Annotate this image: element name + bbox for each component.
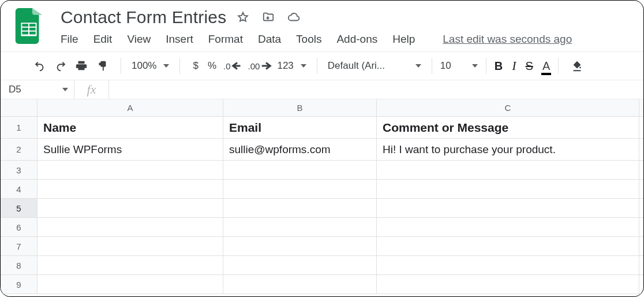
bold-button[interactable]: B [495, 60, 503, 73]
grid-row: 9 [1, 275, 643, 294]
number-format-select[interactable]: 123 [275, 60, 308, 72]
svg-rect-5 [22, 32, 28, 35]
paint-format-button[interactable] [92, 55, 113, 76]
cell-C8[interactable] [377, 256, 639, 274]
svg-point-7 [579, 66, 581, 68]
font-value: Default (Ari... [328, 60, 409, 72]
cloud-status-icon[interactable] [287, 11, 300, 24]
cell-B2[interactable]: sullie@wpforms.com [223, 139, 377, 160]
menu-data[interactable]: Data [258, 33, 281, 46]
row-header-6[interactable]: 6 [1, 218, 38, 236]
caret-down-icon [62, 88, 68, 91]
cell-A2[interactable]: Sullie WPForms [38, 139, 223, 160]
cell-A6[interactable] [38, 218, 223, 236]
cell-A9[interactable] [38, 275, 223, 294]
menu-insert[interactable]: Insert [166, 33, 193, 46]
row-header-3[interactable]: 3 [1, 161, 38, 179]
col-header-A[interactable]: A [38, 99, 223, 116]
grid-row: 2 Sullie WPForms sullie@wpforms.com Hi! … [1, 139, 643, 161]
percent-button[interactable]: % [203, 60, 221, 72]
svg-rect-6 [29, 32, 36, 35]
cell-C1[interactable]: Comment or Message [377, 117, 639, 138]
cell-C2[interactable]: Hi! I want to purchase your product. [377, 139, 639, 160]
print-button[interactable] [71, 55, 92, 76]
toolbar-separator [486, 58, 486, 74]
cell-C3[interactable] [377, 161, 639, 179]
zoom-select[interactable]: 100% [129, 60, 171, 72]
caret-down-icon [163, 64, 169, 68]
menu-format[interactable]: Format [208, 33, 243, 46]
undo-button[interactable] [29, 55, 50, 76]
cell-A3[interactable] [38, 161, 223, 179]
col-header-C[interactable]: C [377, 99, 639, 116]
toolbar-separator [179, 58, 180, 74]
toolbar-separator [432, 58, 432, 74]
grid-row: 6 [1, 218, 643, 237]
star-icon[interactable] [237, 11, 249, 24]
cell-B4[interactable] [223, 180, 377, 198]
number-format-value: 123 [277, 60, 293, 72]
menu-help[interactable]: Help [392, 33, 415, 46]
cell-C9[interactable] [377, 275, 639, 294]
cell-A4[interactable] [38, 180, 223, 198]
name-box[interactable]: D5 [1, 80, 74, 99]
row-header-2[interactable]: 2 [1, 139, 38, 160]
cell-B5[interactable] [223, 199, 377, 217]
menu-file[interactable]: File [61, 33, 78, 46]
cell-A7[interactable] [38, 237, 223, 255]
cell-C5[interactable] [377, 199, 639, 217]
cell-B6[interactable] [223, 218, 377, 236]
move-icon[interactable] [262, 11, 275, 24]
currency-button[interactable]: $ [188, 60, 203, 72]
cell-C6[interactable] [377, 218, 639, 236]
increase-decimal-button[interactable]: .00 [246, 55, 275, 76]
row-header-8[interactable]: 8 [1, 256, 38, 274]
row-header-1[interactable]: 1 [1, 117, 38, 138]
spreadsheet-grid: A B C 1 Name Email Comment or Message 2 … [1, 99, 643, 294]
cell-B8[interactable] [223, 256, 377, 274]
cell-A8[interactable] [38, 256, 223, 274]
menu-view[interactable]: View [127, 33, 151, 46]
formula-input[interactable] [109, 80, 643, 99]
last-edit-link[interactable]: Last edit was seconds ago [443, 33, 572, 46]
grid-row: 1 Name Email Comment or Message [1, 117, 643, 139]
cell-C4[interactable] [377, 180, 639, 198]
menu-tools[interactable]: Tools [296, 33, 321, 46]
row-header-9[interactable]: 9 [1, 275, 38, 294]
caret-down-icon[interactable] [472, 64, 478, 68]
column-headers: A B C [1, 99, 643, 117]
svg-rect-3 [22, 28, 28, 31]
cell-reference: D5 [9, 84, 21, 95]
grid-row: 8 [1, 256, 643, 275]
cell-B9[interactable] [223, 275, 377, 294]
cell-B7[interactable] [223, 237, 377, 255]
toolbar-separator [317, 58, 317, 74]
grid-row: 7 [1, 237, 643, 256]
svg-rect-2 [29, 24, 36, 27]
cell-A5[interactable] [38, 199, 223, 217]
formula-bar: D5 fx [1, 80, 643, 99]
text-color-button[interactable]: A [542, 60, 550, 73]
col-header-B[interactable]: B [223, 99, 377, 116]
grid-row: 4 [1, 180, 643, 199]
cell-B3[interactable] [223, 161, 377, 179]
menu-edit[interactable]: Edit [93, 33, 113, 46]
cell-B1[interactable]: Email [223, 117, 377, 138]
font-select[interactable]: Default (Ari... [325, 60, 424, 72]
strikethrough-button[interactable]: S [526, 60, 533, 73]
sheets-logo[interactable] [13, 6, 44, 46]
font-size-value[interactable]: 10 [440, 60, 451, 72]
menu-bar: File Edit View Insert Format Data Tools … [61, 28, 633, 46]
fill-color-button[interactable] [567, 55, 587, 76]
cell-C7[interactable] [377, 237, 639, 255]
redo-button[interactable] [50, 55, 71, 76]
doc-title[interactable]: Contact Form Entries [61, 8, 226, 27]
row-header-5[interactable]: 5 [1, 199, 38, 217]
decrease-decimal-button[interactable]: .0 [221, 55, 246, 76]
menu-addons[interactable]: Add-ons [336, 33, 377, 46]
italic-button[interactable]: I [512, 58, 516, 73]
select-all-corner[interactable] [1, 99, 38, 116]
row-header-7[interactable]: 7 [1, 237, 38, 255]
row-header-4[interactable]: 4 [1, 180, 38, 198]
cell-A1[interactable]: Name [38, 117, 223, 138]
